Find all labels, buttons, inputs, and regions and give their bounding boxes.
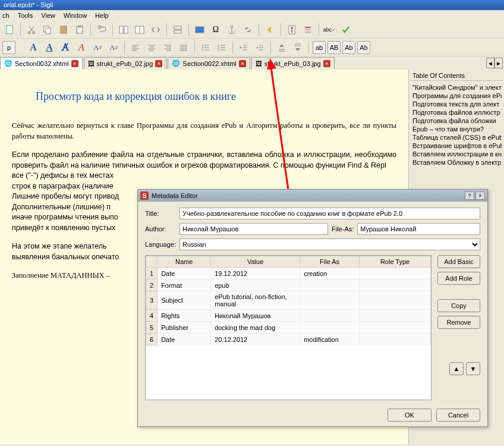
menu-item[interactable]: Help [95,12,109,19]
superscript-icon[interactable]: A2 [106,40,121,55]
new-icon[interactable] [2,23,17,37]
col-header[interactable]: Role Type [360,256,431,268]
table-row[interactable]: 3SubjectePub tutorial, non-fiction, manu… [146,291,431,310]
move-down-button[interactable]: ▼ [466,362,480,375]
table-row[interactable]: 6Date20.12.2012modification [146,334,431,346]
book-view-icon[interactable] [116,23,131,37]
list-number-icon[interactable]: 123 [215,40,229,55]
col-header[interactable]: File As [300,256,360,268]
case-lower-button[interactable]: ab [313,41,326,54]
tab[interactable]: 🖼 strukt_ePub_02.jpg × [84,57,167,69]
spellcheck-icon[interactable]: abc✓ [323,23,337,37]
case-sentence-button[interactable]: Ab [357,41,370,54]
copy-icon[interactable] [40,23,55,37]
anchor-icon[interactable] [225,23,239,37]
svg-rect-5 [61,26,67,33]
align-justify-icon[interactable] [177,40,191,55]
add-role-button[interactable]: Add Role [437,272,480,285]
clipboard-icon[interactable] [73,23,87,37]
menu-item[interactable]: Tools [18,12,33,19]
toc-item[interactable]: Epub – что там внутри? [411,125,502,133]
insert-image-icon[interactable] [193,23,207,37]
tab[interactable]: 🖼 strukt_ePub_03.jpg × [251,57,335,69]
col-header[interactable] [146,256,158,268]
code-view-icon[interactable] [149,23,163,37]
dialog-titlebar[interactable]: S Metadata Editor ? × [138,190,487,202]
toc-item[interactable]: Подготовка файлов иллюстр [411,108,502,117]
heading-up-icon[interactable] [275,40,289,55]
table-row[interactable]: 4RightsНиколай Мурашов [146,310,431,322]
close-button[interactable]: × [475,191,485,200]
close-icon[interactable]: × [71,60,78,67]
split-view-icon[interactable] [133,23,147,37]
toc-item[interactable]: Встраивание шрифтов в ePub [411,142,502,150]
fileas-input[interactable] [357,223,480,235]
toc-icon[interactable] [301,23,315,37]
language-select[interactable]: Russian [179,238,480,250]
align-left-icon[interactable] [128,40,143,55]
toc-item[interactable]: "Китайский Синдром" и элект [411,83,502,92]
case-title-button[interactable]: Ab [342,41,355,54]
metadata-icon[interactable] [285,23,299,37]
close-icon[interactable]: × [239,60,246,67]
image-icon: 🖼 [88,60,94,67]
help-button[interactable]: ? [465,191,474,200]
menu-item[interactable]: ch [2,12,10,19]
add-basic-button[interactable]: Add Basic [437,255,480,268]
paste-icon[interactable] [56,23,71,37]
indent-icon[interactable] [253,40,267,55]
title-input[interactable] [179,208,480,219]
fileas-label: File-As: [332,225,354,233]
align-center-icon[interactable] [144,40,159,55]
ok-button[interactable]: OK [388,409,431,422]
col-header[interactable]: Name [158,256,211,268]
svg-text:3: 3 [218,48,219,52]
tab[interactable]: 🌐 Section0032.xhtml × [0,57,83,69]
toc-item[interactable]: Вставляем Обложку в электр [411,158,502,167]
toc-item[interactable]: Программы для создания ePu [411,92,502,100]
language-label: Language: [145,241,179,248]
copy-button[interactable]: Copy [437,299,480,312]
toc-item[interactable]: Вставляем иллюстрации в кн [411,150,502,158]
svg-rect-12 [174,26,181,29]
link-icon[interactable] [241,23,255,37]
cut-icon[interactable] [24,23,39,37]
undo-icon[interactable] [94,23,109,37]
toc-item[interactable]: Подготовка текста для элект [411,100,502,108]
metadata-table[interactable]: Name Value File As Role Type 1Date19.12.… [145,255,431,400]
menu-item[interactable]: View [41,12,55,19]
list-bullet-icon[interactable] [199,40,213,55]
subscript-icon[interactable]: A2 [90,40,105,55]
col-header[interactable]: Value [211,256,300,268]
font-slash-icon[interactable]: A̸ [58,40,73,55]
tab-prev-button[interactable]: ◄ [486,58,494,68]
case-upper-button[interactable]: AB [327,41,341,54]
menu-item[interactable]: Window [64,12,87,19]
remove-button[interactable]: Remove [437,316,480,329]
paragraph: Сейчас желательно вернуться к главе Прог… [12,121,396,142]
back-icon[interactable] [263,23,277,37]
special-char-icon[interactable]: Ω [209,23,223,37]
tab[interactable]: 🌐 Section0022.xhtml × [168,57,250,69]
font-italic-red-icon[interactable]: A [74,40,89,55]
align-right-icon[interactable] [160,40,175,55]
close-icon[interactable]: × [155,60,162,67]
split-icon[interactable] [171,23,185,37]
table-row[interactable]: 1Date19.12.2012creation [146,268,431,279]
table-row[interactable]: 5Publisherdocking the mad dog [146,322,431,334]
outdent-icon[interactable] [237,40,251,55]
toc-item[interactable]: Подготовка файла обложки [411,117,502,125]
validate-icon[interactable] [339,23,353,37]
paragraph-icon[interactable]: p [2,41,15,54]
table-row[interactable]: 2Formatepub [146,279,431,291]
tab-next-button[interactable]: ► [494,58,503,68]
toc-item[interactable]: Таблица стилей (CSS) в ePub [411,133,502,142]
svg-rect-4 [46,28,51,34]
close-icon[interactable]: × [323,60,330,67]
cancel-button[interactable]: Cancel [436,409,480,422]
move-up-button[interactable]: ▲ [449,362,464,375]
heading-down-icon[interactable] [291,40,305,55]
font-underline-icon[interactable]: A [42,40,56,55]
author-input[interactable] [179,223,328,235]
font-blue-icon[interactable]: A [26,40,40,55]
